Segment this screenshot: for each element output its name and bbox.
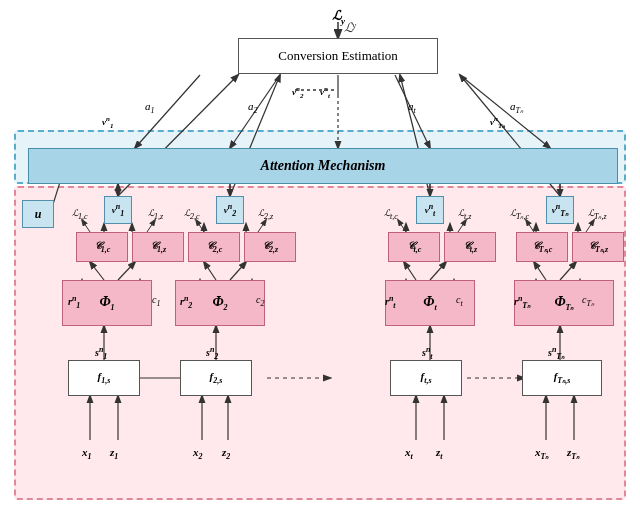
f1s-label: f1,s [98, 370, 111, 385]
v1n-label: vn1 [112, 202, 124, 218]
attention-label: Attention Mechanism [261, 158, 386, 174]
v2n-box: vn2 [216, 196, 244, 224]
fTns-label: fTₙ,s [554, 370, 571, 385]
phiTn-label: ΦTₙ [555, 294, 574, 312]
zt-label: zt [436, 446, 443, 461]
diagram-container: { "title": "Neural Network Architecture … [0, 0, 640, 514]
c1z-box: 𝒞1,z [132, 232, 184, 262]
xt-label: xt [405, 446, 413, 461]
c2z-box: 𝒞2,z [244, 232, 296, 262]
r1n-label: rn1 [68, 294, 80, 310]
aTn-label: aTₙ [510, 100, 523, 115]
fts-label: ft,s [420, 370, 431, 385]
v2n-label: vn2 [224, 202, 236, 218]
stn-label: snt [422, 345, 433, 361]
at-label: at [408, 100, 416, 115]
phi1-label: Φ1 [99, 294, 114, 312]
v1n-arrow-label: vn1 [102, 115, 113, 130]
a1-label: a1 [145, 100, 155, 115]
ctz-box: 𝒞t,z [444, 232, 496, 262]
cTnc-box: 𝒞Tₙ,c [516, 232, 568, 262]
fts-box: ft,s [390, 360, 462, 396]
c2c-label: 𝒞2,c [206, 240, 223, 254]
f2s-box: f2,s [180, 360, 252, 396]
s2n-label: sn2 [206, 345, 218, 361]
LTnc-label: ℒTₙ,c [510, 208, 529, 221]
L1z-label: ℒ1,z [148, 208, 163, 221]
L2c-label: ℒ2,c [184, 208, 200, 221]
c2z-label: 𝒞2,z [262, 240, 278, 254]
vtn-box: vnt [416, 196, 444, 224]
zTn-label: zTₙ [567, 446, 579, 461]
cTnc-label: 𝒞Tₙ,c [532, 240, 552, 254]
cTnz-label: 𝒞Tₙ,z [588, 240, 608, 254]
x2-label: x2 [193, 446, 203, 461]
a2-label: a2 [248, 100, 258, 115]
rTnn-label: rnTₙ [514, 294, 530, 310]
c1c-box: 𝒞1,c [76, 232, 128, 262]
xTn-label: xTₙ [535, 446, 548, 461]
c1z-label: 𝒞1,z [150, 240, 166, 254]
svg-text:ℒ: ℒ [344, 20, 354, 35]
u-label: u [35, 207, 42, 222]
svg-text:y: y [352, 20, 357, 30]
vTn-label: vnTₙ [552, 202, 568, 218]
phi2-label: Φ2 [212, 294, 227, 312]
attention-mechanism-box: Attention Mechanism [28, 148, 618, 184]
conversion-label: Conversion Estimation [278, 48, 398, 64]
c2-label: c2 [256, 294, 264, 308]
c1c-label: 𝒞1,c [94, 240, 111, 254]
LTnz-label: ℒTₙ,z [588, 208, 607, 221]
phit-label: Φt [423, 294, 436, 312]
sTnn-label: snTₙ [548, 345, 564, 361]
L1c-label: ℒ1,c [72, 208, 88, 221]
vTn-arrow-label: vnTₙ [490, 115, 505, 130]
vTn-box: vnTₙ [546, 196, 574, 224]
Ly-label: ℒy [332, 8, 345, 26]
s1n-label: sn1 [95, 345, 107, 361]
c2c-box: 𝒞2,c [188, 232, 240, 262]
cTnz-box: 𝒞Tₙ,z [572, 232, 624, 262]
c1-label: c1 [152, 294, 160, 308]
cTn-label: cTₙ [582, 294, 594, 308]
ctc-label: 𝒞t,c [407, 240, 422, 254]
z1-label: z1 [110, 446, 118, 461]
Ltc-label: ℒt,c [384, 208, 398, 221]
dotted-line-svg [295, 85, 335, 95]
v1n-box: vn1 [104, 196, 132, 224]
vtn-label: vnt [425, 202, 436, 218]
fTns-box: fTₙ,s [522, 360, 602, 396]
conversion-estimation-box: Conversion Estimation [238, 38, 438, 74]
f1s-box: f1,s [68, 360, 140, 396]
r2n-label: rn2 [180, 294, 192, 310]
x1-label: x1 [82, 446, 92, 461]
L2z-label: ℒ2,z [258, 208, 273, 221]
z2-label: z2 [222, 446, 230, 461]
rtn-label: rnt [385, 294, 396, 310]
u-box: u [22, 200, 54, 228]
ctc-box: 𝒞t,c [388, 232, 440, 262]
ctz-label: 𝒞t,z [463, 240, 477, 254]
ct-label: ct [456, 294, 463, 308]
f2s-label: f2,s [210, 370, 223, 385]
Ltz-label: ℒt,z [458, 208, 471, 221]
